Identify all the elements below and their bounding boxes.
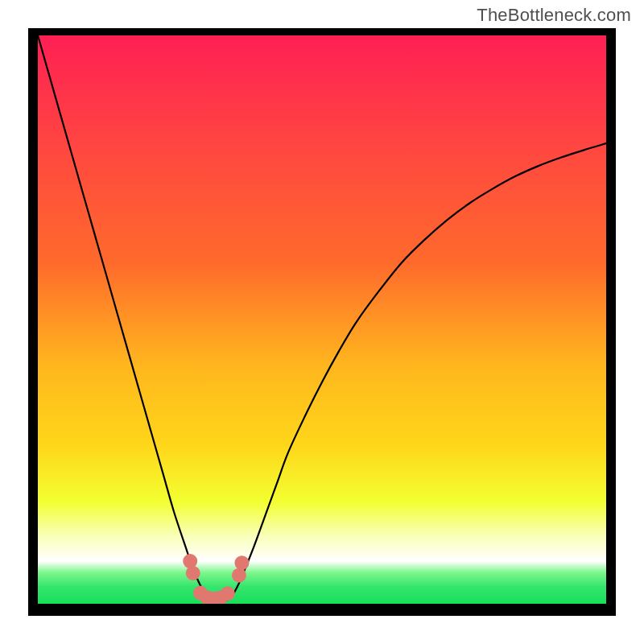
chart-plot [38, 35, 606, 604]
svg-rect-0 [38, 35, 606, 604]
chart-frame [28, 28, 616, 616]
chart-svg [38, 35, 606, 604]
curve-marker [221, 586, 235, 601]
curve-marker [234, 555, 249, 570]
watermark-text: TheBottleneck.com [477, 5, 631, 26]
curve-marker [186, 566, 200, 580]
curve-marker [232, 568, 246, 583]
